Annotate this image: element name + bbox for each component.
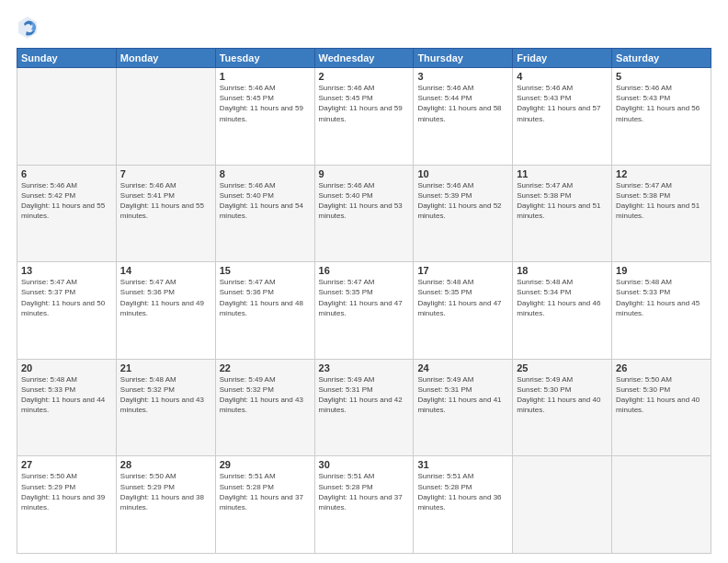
day-info: Sunrise: 5:49 AM Sunset: 5:31 PM Dayligh… xyxy=(417,374,508,416)
day-info: Sunrise: 5:46 AM Sunset: 5:45 PM Dayligh… xyxy=(220,83,311,124)
calendar-cell: 4Sunrise: 5:46 AM Sunset: 5:43 PM Daylig… xyxy=(513,68,612,166)
day-info: Sunrise: 5:49 AM Sunset: 5:32 PM Dayligh… xyxy=(220,374,311,416)
day-info: Sunrise: 5:46 AM Sunset: 5:43 PM Dayligh… xyxy=(517,83,608,124)
day-number: 24 xyxy=(417,362,508,373)
calendar-cell: 20Sunrise: 5:48 AM Sunset: 5:33 PM Dayli… xyxy=(17,359,117,456)
calendar-cell: 12Sunrise: 5:47 AM Sunset: 5:38 PM Dayli… xyxy=(612,165,711,262)
day-info: Sunrise: 5:48 AM Sunset: 5:35 PM Dayligh… xyxy=(417,277,508,318)
calendar-cell: 14Sunrise: 5:47 AM Sunset: 5:36 PM Dayli… xyxy=(116,262,215,360)
calendar-cell: 5Sunrise: 5:46 AM Sunset: 5:43 PM Daylig… xyxy=(612,68,711,166)
calendar-table: SundayMondayTuesdayWednesdayThursdayFrid… xyxy=(17,48,711,554)
calendar-week-row: 1Sunrise: 5:46 AM Sunset: 5:45 PM Daylig… xyxy=(17,68,711,166)
calendar-week-row: 20Sunrise: 5:48 AM Sunset: 5:33 PM Dayli… xyxy=(17,359,711,456)
day-number: 18 xyxy=(517,265,608,276)
day-info: Sunrise: 5:47 AM Sunset: 5:36 PM Dayligh… xyxy=(220,277,311,318)
day-number: 15 xyxy=(220,265,311,276)
weekday-header: Tuesday xyxy=(215,49,314,68)
day-number: 22 xyxy=(220,362,311,373)
day-info: Sunrise: 5:47 AM Sunset: 5:36 PM Dayligh… xyxy=(120,277,211,318)
logo-icon xyxy=(17,15,39,40)
weekday-header: Sunday xyxy=(17,49,117,68)
day-number: 17 xyxy=(417,265,508,276)
day-number: 21 xyxy=(120,362,211,373)
calendar-week-row: 6Sunrise: 5:46 AM Sunset: 5:42 PM Daylig… xyxy=(17,165,711,262)
calendar-cell: 7Sunrise: 5:46 AM Sunset: 5:41 PM Daylig… xyxy=(116,165,215,262)
header xyxy=(17,15,711,40)
day-number: 12 xyxy=(616,168,707,179)
day-number: 1 xyxy=(220,71,311,82)
calendar-cell: 22Sunrise: 5:49 AM Sunset: 5:32 PM Dayli… xyxy=(215,359,314,456)
calendar-cell: 23Sunrise: 5:49 AM Sunset: 5:31 PM Dayli… xyxy=(314,359,414,456)
day-number: 13 xyxy=(21,265,112,276)
calendar-cell: 17Sunrise: 5:48 AM Sunset: 5:35 PM Dayli… xyxy=(414,262,513,360)
day-info: Sunrise: 5:46 AM Sunset: 5:45 PM Dayligh… xyxy=(319,83,410,124)
calendar-cell: 8Sunrise: 5:46 AM Sunset: 5:40 PM Daylig… xyxy=(215,165,314,262)
calendar-week-row: 13Sunrise: 5:47 AM Sunset: 5:37 PM Dayli… xyxy=(17,262,711,360)
logo xyxy=(17,15,42,40)
weekday-header: Thursday xyxy=(414,49,513,68)
day-info: Sunrise: 5:47 AM Sunset: 5:38 PM Dayligh… xyxy=(616,180,707,222)
day-info: Sunrise: 5:49 AM Sunset: 5:31 PM Dayligh… xyxy=(319,374,410,416)
calendar-cell: 25Sunrise: 5:49 AM Sunset: 5:30 PM Dayli… xyxy=(513,359,612,456)
calendar-cell: 18Sunrise: 5:48 AM Sunset: 5:34 PM Dayli… xyxy=(513,262,612,360)
weekday-header: Wednesday xyxy=(314,49,414,68)
calendar-cell: 11Sunrise: 5:47 AM Sunset: 5:38 PM Dayli… xyxy=(513,165,612,262)
day-info: Sunrise: 5:46 AM Sunset: 5:40 PM Dayligh… xyxy=(220,180,311,222)
day-number: 7 xyxy=(120,168,211,179)
calendar-cell: 26Sunrise: 5:50 AM Sunset: 5:30 PM Dayli… xyxy=(612,359,711,456)
day-info: Sunrise: 5:46 AM Sunset: 5:40 PM Dayligh… xyxy=(319,180,410,222)
day-number: 10 xyxy=(417,168,508,179)
day-number: 23 xyxy=(319,362,410,373)
day-number: 6 xyxy=(21,168,112,179)
day-info: Sunrise: 5:50 AM Sunset: 5:30 PM Dayligh… xyxy=(616,374,707,416)
day-info: Sunrise: 5:48 AM Sunset: 5:33 PM Dayligh… xyxy=(21,374,112,416)
day-info: Sunrise: 5:51 AM Sunset: 5:28 PM Dayligh… xyxy=(220,471,311,512)
day-number: 26 xyxy=(616,362,707,373)
day-number: 28 xyxy=(120,459,211,470)
day-number: 9 xyxy=(319,168,410,179)
calendar-cell: 24Sunrise: 5:49 AM Sunset: 5:31 PM Dayli… xyxy=(414,359,513,456)
calendar-cell: 9Sunrise: 5:46 AM Sunset: 5:40 PM Daylig… xyxy=(314,165,414,262)
day-info: Sunrise: 5:46 AM Sunset: 5:39 PM Dayligh… xyxy=(417,180,508,222)
day-number: 14 xyxy=(120,265,211,276)
calendar-cell: 10Sunrise: 5:46 AM Sunset: 5:39 PM Dayli… xyxy=(414,165,513,262)
calendar-header-row: SundayMondayTuesdayWednesdayThursdayFrid… xyxy=(17,49,711,68)
day-number: 29 xyxy=(220,459,311,470)
day-info: Sunrise: 5:46 AM Sunset: 5:43 PM Dayligh… xyxy=(616,83,707,124)
calendar-week-row: 27Sunrise: 5:50 AM Sunset: 5:29 PM Dayli… xyxy=(17,456,711,554)
day-info: Sunrise: 5:48 AM Sunset: 5:33 PM Dayligh… xyxy=(616,277,707,318)
calendar-cell xyxy=(612,456,711,554)
day-info: Sunrise: 5:51 AM Sunset: 5:28 PM Dayligh… xyxy=(417,471,508,512)
weekday-header: Friday xyxy=(513,49,612,68)
day-number: 30 xyxy=(319,459,410,470)
calendar-cell: 3Sunrise: 5:46 AM Sunset: 5:44 PM Daylig… xyxy=(414,68,513,166)
calendar-cell: 6Sunrise: 5:46 AM Sunset: 5:42 PM Daylig… xyxy=(17,165,117,262)
day-number: 4 xyxy=(517,71,608,82)
calendar-cell: 30Sunrise: 5:51 AM Sunset: 5:28 PM Dayli… xyxy=(314,456,414,554)
day-number: 20 xyxy=(21,362,112,373)
calendar-cell: 2Sunrise: 5:46 AM Sunset: 5:45 PM Daylig… xyxy=(314,68,414,166)
calendar-cell: 1Sunrise: 5:46 AM Sunset: 5:45 PM Daylig… xyxy=(215,68,314,166)
day-number: 31 xyxy=(417,459,508,470)
day-number: 11 xyxy=(517,168,608,179)
calendar-cell: 19Sunrise: 5:48 AM Sunset: 5:33 PM Dayli… xyxy=(612,262,711,360)
day-info: Sunrise: 5:48 AM Sunset: 5:34 PM Dayligh… xyxy=(517,277,608,318)
calendar-cell xyxy=(17,68,117,166)
calendar-cell: 16Sunrise: 5:47 AM Sunset: 5:35 PM Dayli… xyxy=(314,262,414,360)
day-info: Sunrise: 5:51 AM Sunset: 5:28 PM Dayligh… xyxy=(319,471,410,512)
day-info: Sunrise: 5:50 AM Sunset: 5:29 PM Dayligh… xyxy=(120,471,211,512)
weekday-header: Saturday xyxy=(612,49,711,68)
day-info: Sunrise: 5:46 AM Sunset: 5:41 PM Dayligh… xyxy=(120,180,211,222)
calendar-cell: 21Sunrise: 5:48 AM Sunset: 5:32 PM Dayli… xyxy=(116,359,215,456)
calendar-cell: 28Sunrise: 5:50 AM Sunset: 5:29 PM Dayli… xyxy=(116,456,215,554)
weekday-header: Monday xyxy=(116,49,215,68)
day-info: Sunrise: 5:49 AM Sunset: 5:30 PM Dayligh… xyxy=(517,374,608,416)
day-number: 2 xyxy=(319,71,410,82)
page: SundayMondayTuesdayWednesdayThursdayFrid… xyxy=(0,0,728,563)
calendar-cell: 27Sunrise: 5:50 AM Sunset: 5:29 PM Dayli… xyxy=(17,456,117,554)
day-number: 5 xyxy=(616,71,707,82)
calendar-cell xyxy=(513,456,612,554)
day-number: 3 xyxy=(417,71,508,82)
day-info: Sunrise: 5:47 AM Sunset: 5:35 PM Dayligh… xyxy=(319,277,410,318)
day-info: Sunrise: 5:46 AM Sunset: 5:44 PM Dayligh… xyxy=(417,83,508,124)
